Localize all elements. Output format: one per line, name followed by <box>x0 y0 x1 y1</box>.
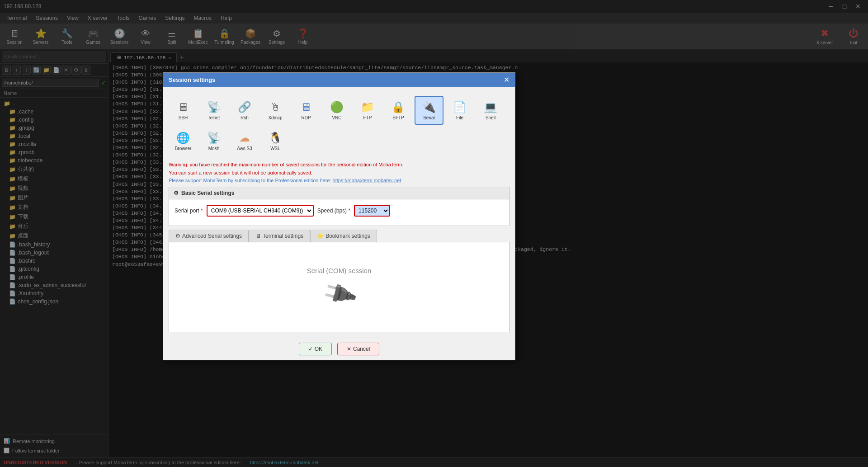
shell-label: Shell <box>486 115 495 120</box>
session-type-file[interactable]: 📄 File <box>445 96 474 125</box>
serial-label: Serial <box>423 115 435 120</box>
session-type-ssh[interactable]: 🖥 SSH <box>169 96 198 125</box>
ssh-icon: 🖥 <box>178 101 189 113</box>
session-type-sftp[interactable]: 🔒 SFTP <box>384 96 413 125</box>
ssh-label: SSH <box>179 115 188 120</box>
session-type-mosh[interactable]: 📡 Mosh <box>199 127 228 156</box>
dialog-title: Session settings <box>169 76 215 83</box>
dialog-close-button[interactable]: ✕ <box>504 75 509 84</box>
xdmcp-icon: 🖱 <box>270 101 281 113</box>
ftp-icon: 📁 <box>361 101 374 113</box>
session-type-rdp[interactable]: 🖥 RDP <box>292 96 321 125</box>
support-text: Please support MobaTerm by subscribing t… <box>169 178 509 183</box>
mosh-icon: 📡 <box>207 132 221 144</box>
ok-label: OK <box>315 346 322 352</box>
session-type-wsl[interactable]: 🐧 WSL <box>261 127 290 156</box>
session-type-shell[interactable]: 💻 Shell <box>476 96 505 125</box>
dialog-body: 🖥 SSH 📡 Telnet 🔗 Rsh 🖱 Xdmcp 🖥 RD <box>163 87 515 338</box>
basic-serial-section: ⚙ Basic Serial settings Serial port * CO… <box>169 187 509 226</box>
file-label: File <box>456 115 463 120</box>
plug-icon: 🔌 <box>320 274 359 313</box>
serial-port-row: Serial port * COM9 (USB-SERIAL CH340 (CO… <box>175 205 504 217</box>
session-dialog: Session settings ✕ 🖥 SSH 📡 Telnet 🔗 Rsh <box>163 72 515 360</box>
shell-icon: 💻 <box>484 101 497 113</box>
tab-bookmark-settings[interactable]: ⭐ Bookmark settings <box>310 230 377 242</box>
serial-port-select[interactable]: COM9 (USB-SERIAL CH340 (COM9)) <box>207 205 314 217</box>
sftp-label: SFTP <box>392 115 404 120</box>
dialog-tabs: ⚙ Advanced Serial settings 🖥 Terminal se… <box>169 230 509 242</box>
session-type-ftp[interactable]: 📁 FTP <box>353 96 382 125</box>
session-type-xdmcp[interactable]: 🖱 Xdmcp <box>261 96 290 125</box>
basic-serial-icon: ⚙ <box>174 190 179 196</box>
session-type-vnc[interactable]: 🟢 VNC <box>322 96 351 125</box>
terminal-settings-label: Terminal settings <box>263 233 303 239</box>
wsl-icon: 🐧 <box>269 132 282 144</box>
wsl-label: WSL <box>270 146 280 151</box>
file-icon: 📄 <box>453 101 467 113</box>
dialog-tab-body: Serial (COM) session 🔌 <box>169 242 509 332</box>
bookmark-settings-icon: ⭐ <box>317 233 324 239</box>
bookmark-settings-label: Bookmark settings <box>326 233 370 239</box>
cancel-label: Cancel <box>353 346 370 352</box>
speed-label: Speed (bps) * <box>317 208 350 214</box>
speed-select[interactable]: 115200 <box>354 205 390 217</box>
session-type-rsh[interactable]: 🔗 Rsh <box>230 96 259 125</box>
modal-overlay: Session settings ✕ 🖥 SSH 📡 Telnet 🔗 Rsh <box>0 0 868 467</box>
terminal-settings-icon: 🖥 <box>255 233 261 239</box>
session-types-row: 🖥 SSH 📡 Telnet 🔗 Rsh 🖱 Xdmcp 🖥 RD <box>169 92 509 159</box>
basic-serial-body: Serial port * COM9 (USB-SERIAL CH340 (CO… <box>169 199 509 226</box>
browser-label: Browser <box>175 146 192 151</box>
support-link[interactable]: https://mobaxterm.mobatek.net <box>333 178 401 183</box>
advanced-serial-icon: ⚙ <box>175 233 180 239</box>
basic-serial-header: ⚙ Basic Serial settings <box>169 187 509 199</box>
serial-port-label: Serial port * <box>175 208 203 214</box>
speed-required: * <box>348 208 350 214</box>
awss3-label: Aws S3 <box>237 146 252 151</box>
xdmcp-label: Xdmcp <box>268 115 282 120</box>
awss3-icon: ☁ <box>239 132 250 144</box>
ok-button[interactable]: ✓ OK <box>299 343 332 355</box>
basic-serial-title: Basic Serial settings <box>181 190 234 196</box>
cancel-icon: ✕ <box>347 346 351 352</box>
dialog-title-bar: Session settings ✕ <box>163 73 515 87</box>
ftp-label: FTP <box>363 115 372 120</box>
session-type-browser[interactable]: 🌐 Browser <box>169 127 198 156</box>
warning-text: Warning: you have reached the maximum nu… <box>169 161 509 177</box>
warning-line1: Warning: you have reached the maximum nu… <box>169 161 509 169</box>
session-type-telnet[interactable]: 📡 Telnet <box>199 96 228 125</box>
cancel-button[interactable]: ✕ Cancel <box>337 343 379 355</box>
ok-icon: ✓ <box>308 346 313 352</box>
tab-advanced-serial[interactable]: ⚙ Advanced Serial settings <box>169 230 249 242</box>
mosh-label: Mosh <box>208 146 219 151</box>
rdp-icon: 🖥 <box>301 101 311 113</box>
serial-icon: 🔌 <box>422 101 436 113</box>
browser-icon: 🌐 <box>176 132 190 144</box>
telnet-icon: 📡 <box>207 101 221 113</box>
rsh-label: Rsh <box>241 115 249 120</box>
session-type-awss3[interactable]: ☁ Aws S3 <box>230 127 259 156</box>
support-text-pre: Please support MobaTerm by subscribing t… <box>169 178 333 183</box>
session-type-serial[interactable]: 🔌 Serial <box>415 96 443 125</box>
telnet-label: Telnet <box>208 115 220 120</box>
tab-body-session-label: Serial (COM) session <box>307 267 372 274</box>
advanced-serial-label: Advanced Serial settings <box>182 233 242 239</box>
tab-terminal-settings[interactable]: 🖥 Terminal settings <box>249 230 310 242</box>
serial-port-required: * <box>201 208 203 214</box>
warning-line2: You can start a new session but it will … <box>169 169 509 177</box>
rdp-label: RDP <box>301 115 311 120</box>
dialog-footer: ✓ OK ✕ Cancel <box>163 338 515 360</box>
vnc-icon: 🟢 <box>330 101 344 113</box>
rsh-icon: 🔗 <box>238 101 251 113</box>
sftp-icon: 🔒 <box>392 101 405 113</box>
vnc-label: VNC <box>332 115 341 120</box>
